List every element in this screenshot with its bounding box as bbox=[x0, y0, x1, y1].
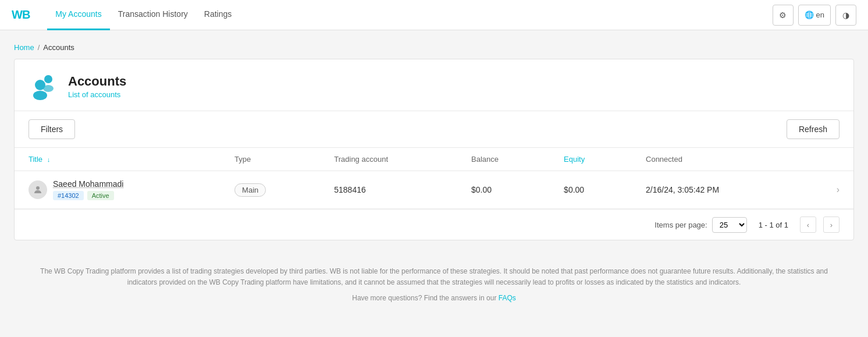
connected-cell: 2/16/24, 3:05:42 PM bbox=[632, 171, 802, 209]
table-row: Saeed Mohammadi #14302 Active Main bbox=[15, 171, 853, 209]
next-page-button[interactable]: › bbox=[823, 217, 839, 233]
page-header: Accounts List of accounts bbox=[15, 59, 853, 111]
svg-point-2 bbox=[33, 91, 47, 100]
col-actions bbox=[802, 148, 853, 171]
language-button[interactable]: 🌐 en bbox=[798, 5, 831, 26]
breadcrumb-current: Accounts bbox=[43, 43, 74, 52]
account-info: Saeed Mohammadi #14302 Active bbox=[53, 179, 123, 200]
refresh-button[interactable]: Refresh bbox=[787, 119, 839, 139]
per-page-select[interactable]: 25 50 100 bbox=[712, 217, 747, 233]
gear-icon: ⚙ bbox=[779, 10, 787, 20]
toolbar: Filters Refresh bbox=[15, 111, 853, 148]
nav-my-accounts[interactable]: My Accounts bbox=[47, 0, 109, 30]
footer: The WB Copy Trading platform provides a … bbox=[14, 254, 854, 316]
breadcrumb-home[interactable]: Home bbox=[14, 43, 34, 52]
footer-faq: Have more questions? Find the answers in… bbox=[37, 293, 831, 304]
row-detail-button[interactable]: › bbox=[802, 171, 853, 209]
accounts-icon bbox=[29, 71, 59, 101]
theme-button[interactable]: ◑ bbox=[835, 5, 856, 26]
faq-prompt: Have more questions? Find the answers in… bbox=[352, 294, 498, 302]
account-id-badge: #14302 bbox=[53, 191, 84, 200]
account-name: Saeed Mohammadi bbox=[53, 179, 123, 189]
items-per-page-label: Items per page: bbox=[654, 221, 707, 229]
svg-point-3 bbox=[43, 85, 54, 92]
nav-links: My Accounts Transaction History Ratings bbox=[47, 0, 240, 30]
table-container: Title ↓ Type Trading account Balance Equ… bbox=[15, 148, 853, 209]
col-equity: Equity bbox=[550, 148, 632, 171]
lang-label: en bbox=[816, 10, 824, 19]
col-type: Type bbox=[220, 148, 320, 171]
content-area: Home / Accounts Accounts Lis bbox=[0, 30, 868, 337]
footer-disclaimer: The WB Copy Trading platform provides a … bbox=[37, 266, 831, 288]
page-title-block: Accounts List of accounts bbox=[68, 74, 126, 99]
avatar bbox=[29, 180, 47, 199]
breadcrumb-separator: / bbox=[38, 43, 40, 52]
account-title-cell: Saeed Mohammadi #14302 Active bbox=[15, 171, 220, 209]
filters-button[interactable]: Filters bbox=[29, 119, 75, 139]
breadcrumb: Home / Accounts bbox=[14, 38, 854, 59]
svg-point-0 bbox=[44, 75, 52, 83]
col-trading-account: Trading account bbox=[320, 148, 457, 171]
account-status-badge: Active bbox=[87, 191, 114, 200]
theme-icon: ◑ bbox=[842, 10, 849, 20]
page-subtitle: List of accounts bbox=[68, 90, 126, 99]
sort-down-icon: ↓ bbox=[47, 156, 51, 163]
accounts-table: Title ↓ Type Trading account Balance Equ… bbox=[15, 148, 853, 209]
globe-icon: 🌐 bbox=[805, 10, 814, 19]
navbar-right: ⚙ 🌐 en ◑ bbox=[773, 5, 856, 26]
svg-point-4 bbox=[36, 186, 40, 190]
trading-account-cell: 5188416 bbox=[320, 171, 457, 209]
table-header-row: Title ↓ Type Trading account Balance Equ… bbox=[15, 148, 853, 171]
brand-logo[interactable]: WB bbox=[12, 8, 30, 22]
settings-button[interactable]: ⚙ bbox=[773, 5, 794, 26]
faq-link[interactable]: FAQs bbox=[499, 294, 516, 302]
prev-page-button[interactable]: ‹ bbox=[800, 217, 816, 233]
page-info: 1 - 1 of 1 bbox=[759, 221, 788, 229]
main-card: Accounts List of accounts Filters Refres… bbox=[14, 59, 854, 240]
col-balance: Balance bbox=[457, 148, 550, 171]
navbar: WB My Accounts Transaction History Ratin… bbox=[0, 0, 868, 30]
nav-transaction-history[interactable]: Transaction History bbox=[110, 0, 196, 30]
col-connected: Connected bbox=[632, 148, 802, 171]
nav-ratings[interactable]: Ratings bbox=[196, 0, 240, 30]
balance-cell: $0.00 bbox=[457, 171, 550, 209]
col-title[interactable]: Title ↓ bbox=[15, 148, 220, 171]
type-badge: Main bbox=[234, 183, 266, 197]
equity-cell: $0.00 bbox=[550, 171, 632, 209]
items-per-page: Items per page: 25 50 100 bbox=[654, 217, 746, 233]
pagination-bar: Items per page: 25 50 100 1 - 1 of 1 ‹ › bbox=[15, 209, 853, 240]
account-type-cell: Main bbox=[220, 171, 320, 209]
page-title: Accounts bbox=[68, 74, 126, 89]
